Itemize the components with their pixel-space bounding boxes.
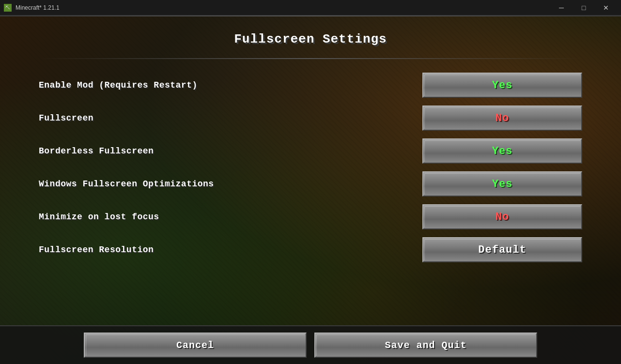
setting-row-win-optimizations: Windows Fullscreen Optimizations Yes — [39, 169, 582, 198]
label-enable-mod: Enable Mod (Requires Restart) — [39, 80, 198, 90]
page-title: Fullscreen Settings — [234, 32, 387, 46]
setting-row-fullscreen: Fullscreen No — [39, 104, 582, 133]
toggle-minimize-focus-value: No — [496, 211, 509, 223]
settings-list: Enable Mod (Requires Restart) Yes Fullsc… — [39, 71, 582, 364]
toggle-fullscreen-value: No — [496, 112, 509, 124]
titlebar-separator — [0, 15, 621, 16]
label-win-optimizations: Windows Fullscreen Optimizations — [39, 179, 214, 189]
titlebar-left: ⛏ Minecraft* 1.21.1 — [4, 4, 60, 12]
toggle-minimize-focus[interactable]: No — [422, 204, 582, 229]
label-resolution: Fullscreen Resolution — [39, 245, 154, 255]
toggle-win-optimizations-value: Yes — [492, 178, 513, 190]
cancel-button[interactable]: Cancel — [84, 333, 307, 358]
titlebar: ⛏ Minecraft* 1.21.1 ─ □ ✕ — [0, 0, 621, 15]
label-fullscreen: Fullscreen — [39, 113, 93, 123]
titlebar-controls: ─ □ ✕ — [550, 0, 617, 15]
app-icon-symbol: ⛏ — [5, 5, 10, 10]
titlebar-title: Minecraft* 1.21.1 — [16, 4, 60, 11]
toggle-enable-mod[interactable]: Yes — [422, 73, 582, 98]
setting-row-borderless: Borderless Fullscreen Yes — [39, 136, 582, 166]
close-button[interactable]: ✕ — [595, 0, 617, 15]
setting-row-resolution: Fullscreen Resolution Default — [39, 235, 582, 264]
toggle-resolution[interactable]: Default — [422, 237, 582, 262]
toggle-borderless-value: Yes — [492, 145, 513, 157]
toggle-enable-mod-value: Yes — [492, 79, 513, 91]
title-divider — [39, 58, 582, 59]
main-content: Fullscreen Settings Enable Mod (Requires… — [0, 16, 621, 364]
app-icon: ⛏ — [4, 4, 12, 12]
save-quit-button[interactable]: Save and Quit — [314, 333, 537, 358]
toggle-fullscreen[interactable]: No — [422, 106, 582, 131]
minimize-button[interactable]: ─ — [550, 0, 573, 15]
toggle-borderless[interactable]: Yes — [422, 138, 582, 164]
setting-row-enable-mod: Enable Mod (Requires Restart) Yes — [39, 71, 582, 100]
label-borderless: Borderless Fullscreen — [39, 146, 154, 156]
label-minimize-focus: Minimize on lost focus — [39, 212, 159, 222]
bottom-bar: Cancel Save and Quit — [0, 325, 621, 364]
restore-button[interactable]: □ — [573, 0, 595, 15]
toggle-win-optimizations[interactable]: Yes — [422, 171, 582, 197]
setting-row-minimize-focus: Minimize on lost focus No — [39, 202, 582, 231]
toggle-resolution-value: Default — [478, 244, 526, 256]
